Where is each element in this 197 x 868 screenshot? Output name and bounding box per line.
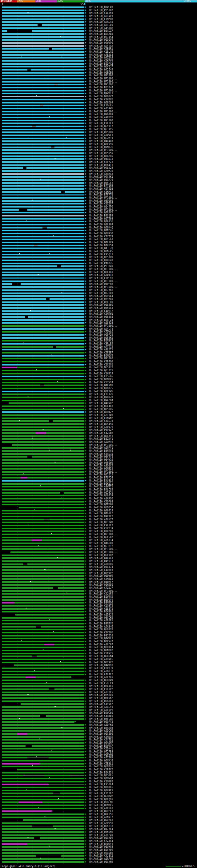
hit-row[interactable]: UniRef100_C0S3T2 xyxy=(0,608,197,611)
hit-row[interactable]: UniRef100_Q6FWN0 xyxy=(0,753,197,756)
hit-label[interactable]: UniRef100_B0XCZ7 xyxy=(89,30,113,33)
hit-label[interactable]: UniRef100_C4YQ57 xyxy=(89,703,113,706)
hit-label[interactable]: UniRef100_A9YTA2 xyxy=(89,45,113,48)
hit-row[interactable]: UniRef100_B4EVC3 xyxy=(0,557,197,560)
hit-label[interactable]: UniRef100_B463F2 xyxy=(89,512,113,515)
hit-row[interactable]: UniRef100_C5DEC9 xyxy=(0,682,197,685)
hit-label[interactable]: UniRef100_C0Z2S7 xyxy=(89,202,113,206)
hit-row[interactable]: UniRef100_C5FN75 xyxy=(0,652,197,655)
hit-row[interactable]: UniRef100_Q00WW9 xyxy=(0,575,197,578)
hit-label[interactable]: UniRef100_B6K111 xyxy=(89,483,113,486)
hit-label[interactable]: UniRef100_B8MBK5 xyxy=(89,378,113,381)
hit-row[interactable]: UniRef100_Q5ZM19 xyxy=(0,137,197,140)
hit-row[interactable]: UniRef100_A8P0S9 xyxy=(0,822,197,825)
hit-row[interactable]: UniRef100_B5RTQ3 xyxy=(0,727,197,730)
hit-label[interactable]: UniRef100_Q53212 xyxy=(89,545,113,548)
hit-row[interactable]: UniRef100_B7F7T0 xyxy=(0,193,197,196)
hit-label[interactable]: UniRef100_B4FVM1 xyxy=(89,384,113,387)
hit-label[interactable]: UniRef100_B65J21 xyxy=(89,366,113,369)
hit-row[interactable]: UniRef100_A7TQF5 xyxy=(0,691,197,694)
hit-label[interactable]: UniRef100_A7EP40 xyxy=(89,834,113,837)
hit-row[interactable]: UniRef100_A9QQB5 xyxy=(0,563,197,566)
hit-label[interactable]: UniRef100_B6HDW2 xyxy=(89,795,113,798)
hit-label[interactable]: UniRef100_Q0CQD1 xyxy=(89,798,113,801)
hit-row[interactable]: UniRef100_B8NTV5 xyxy=(0,450,197,453)
hit-row[interactable]: UniRef100_Q29UE4 xyxy=(0,295,197,298)
hit-row[interactable]: UniRef100_A7S9W5 xyxy=(0,107,197,110)
hit-label[interactable]: UniRef100_Q1L369 xyxy=(89,223,113,226)
hit-label[interactable]: UniRef100_A5K314 xyxy=(89,539,113,542)
hit-row[interactable]: UniRef100_C5KYJ9 xyxy=(0,527,197,530)
hit-row[interactable]: UniRef100_C1GM82 xyxy=(0,780,197,783)
hit-row[interactable]: UniRef100_B6JYF4 xyxy=(0,828,197,831)
hit-row[interactable]: UniRef100_C9H7V9 xyxy=(0,59,197,63)
hit-label[interactable]: UniRef100_B0CT56 xyxy=(89,813,113,816)
hit-row[interactable]: UniRef100_C4ZQW2 xyxy=(0,432,197,435)
hit-row[interactable]: UniRef100_B8MBK5 xyxy=(0,378,197,381)
hit-row[interactable]: UniRef100_B8B8Z7 xyxy=(0,95,197,98)
hit-row[interactable]: UniRef100_B0CT56 xyxy=(0,813,197,816)
hit-row[interactable]: UniRef100_Q757B8 xyxy=(0,750,197,753)
hit-row[interactable]: UniRef100_C4R4F2 xyxy=(0,673,197,676)
hit-row[interactable]: UniRef100_B2BF24 xyxy=(0,319,197,322)
hit-row[interactable]: UniRef100_C7ZJC4 xyxy=(0,840,197,843)
hit-row[interactable]: UniRef100_B4L3X9 xyxy=(0,241,197,244)
hit-row[interactable]: UniRef100_Q5E9H7 xyxy=(0,554,197,557)
hit-label[interactable]: UniRef100_A5DCW2 xyxy=(89,730,113,733)
hit-row[interactable]: UniRef100_UP1000... xyxy=(0,268,197,271)
hit-label[interactable]: UniRef100_Q2EE80 xyxy=(89,301,113,304)
hit-row[interactable]: UniRef100_UP1000... xyxy=(0,470,197,473)
hit-row[interactable]: UniRef100_A5DCW2 xyxy=(0,730,197,733)
hit-label[interactable]: UniRef100_Q5AGM7 xyxy=(89,741,113,745)
hit-label[interactable]: UniRef100_B4L3X9 xyxy=(89,241,113,244)
hit-row[interactable]: UniRef100_Q244P6 xyxy=(0,206,197,209)
hit-label[interactable]: UniRef100_C57V24 xyxy=(89,381,113,384)
hit-label[interactable]: UniRef100_C1E856 xyxy=(89,12,113,15)
hit-row[interactable]: UniRef100_B4JF7Q xyxy=(0,247,197,250)
hit-row[interactable]: UniRef100_C4P4Q0 xyxy=(0,360,197,363)
hit-label[interactable]: UniRef100_C4ZQW2 xyxy=(89,432,113,435)
hit-label[interactable]: UniRef100_Q75BQ1 xyxy=(89,694,113,697)
hit-row[interactable]: UniRef100_C9S7F4 xyxy=(0,783,197,786)
hit-row[interactable]: UniRef100_B2WDY5 xyxy=(0,843,197,846)
hit-row[interactable]: UniRef100_A8W1T8 xyxy=(0,274,197,277)
hit-label[interactable]: UniRef100_C4JEX2 xyxy=(89,855,113,858)
hit-row[interactable]: UniRef100_C1E856 xyxy=(0,12,197,15)
hit-row[interactable]: UniRef100_Q1EQE0 xyxy=(0,71,197,74)
hit-label[interactable]: UniRef100_UP1000... xyxy=(89,590,118,593)
hit-row[interactable]: UniRef100_B5DFX3 xyxy=(0,63,197,66)
hit-row[interactable]: UniRef100_Q6BIW9 xyxy=(0,679,197,682)
hit-row[interactable]: UniRef100_C5E0V2 xyxy=(0,688,197,691)
hit-label[interactable]: UniRef100_C4WTT2 xyxy=(89,310,113,313)
hit-label[interactable]: UniRef100_Q2F8W5 xyxy=(89,390,113,393)
hit-label[interactable]: UniRef100_A7E2L4 xyxy=(89,54,113,57)
hit-label[interactable]: UniRef100_B8NTV5 xyxy=(89,450,113,453)
hit-label[interactable]: UniRef100_B9X8C2 xyxy=(89,515,113,518)
hit-row[interactable]: UniRef100_Q75BQ1 xyxy=(0,694,197,697)
hit-label[interactable]: UniRef100_UP1000... xyxy=(89,268,118,271)
hit-label[interactable]: UniRef100_B4DVD2 xyxy=(89,402,113,405)
hit-label[interactable]: UniRef100_Q9C4K1 xyxy=(89,176,113,179)
hit-row[interactable]: UniRef100_A6S853 xyxy=(0,321,197,324)
hit-label[interactable]: UniRef100_C1I126 xyxy=(89,393,113,396)
hit-row[interactable]: UniRef100_Q95050 xyxy=(0,152,197,155)
hit-row[interactable]: UniRef100_B4G600 xyxy=(0,542,197,545)
hit-row[interactable]: UniRef100_C4Q8F6 xyxy=(0,569,197,572)
hit-label[interactable]: UniRef100_C7Z6J7 xyxy=(89,587,113,590)
hit-label[interactable]: UniRef100_Q5KP18 xyxy=(89,825,113,828)
hit-row[interactable]: UniRef100_A6N7Y1 xyxy=(0,446,197,450)
hit-label[interactable]: UniRef100_Q4WAF7 xyxy=(89,581,113,584)
hit-row[interactable]: UniRef100_C8V7Z3 xyxy=(0,161,197,164)
hit-label[interactable]: UniRef100_A2QH31 xyxy=(89,670,113,673)
hit-row[interactable]: UniRef100_C5MTW1 xyxy=(0,313,197,316)
hit-row[interactable]: UniRef100_Q6YJT7 xyxy=(0,125,197,128)
hit-row[interactable]: UniRef100_Q4WJE3 xyxy=(0,637,197,640)
hit-label[interactable]: UniRef100_A1CW79 xyxy=(89,426,113,429)
hit-label[interactable]: UniRef100_B7GBR5 xyxy=(89,155,113,158)
hit-label[interactable]: UniRef100_C9L3C7 xyxy=(89,524,113,527)
hit-row[interactable]: UniRef100_C5M2X9 xyxy=(0,736,197,739)
hit-row[interactable]: UniRef100_Q4WXY8 xyxy=(0,664,197,667)
hit-row[interactable]: UniRef100_B9X8C2 xyxy=(0,515,197,518)
hit-row[interactable]: UniRef100_A7LH77 xyxy=(0,518,197,521)
hit-label[interactable]: UniRef100_Q102B1 xyxy=(89,530,113,533)
